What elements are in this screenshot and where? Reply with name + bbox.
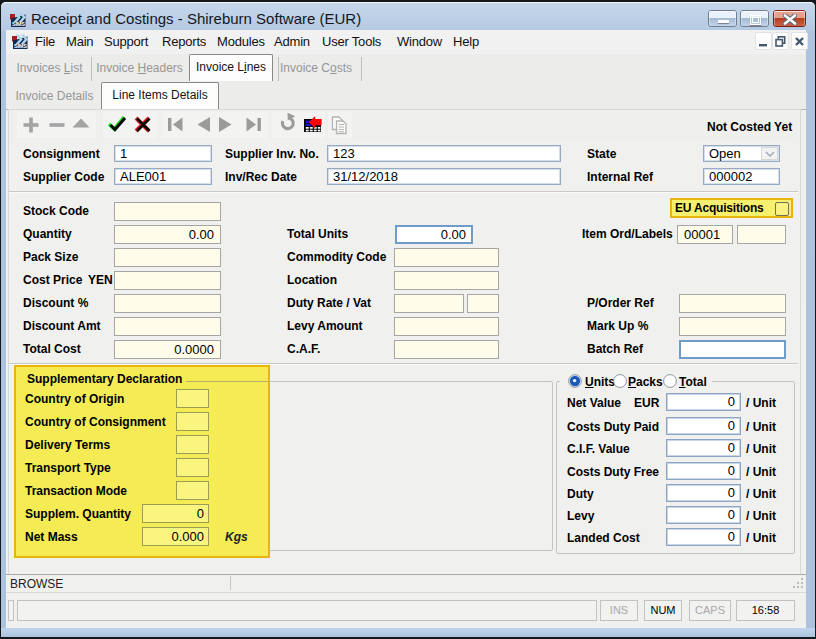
svg-text:SIMS: SIMS (12, 21, 25, 27)
svg-text:SIMS: SIMS (14, 43, 27, 49)
